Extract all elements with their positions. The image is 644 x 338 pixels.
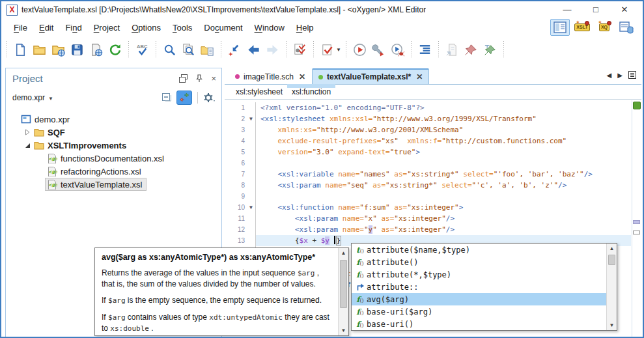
tab-imageTitle-sch[interactable]: imageTitle.sch✕: [229, 68, 312, 84]
check-spelling-button[interactable]: ABC: [133, 40, 152, 59]
tab-list-icon[interactable]: [628, 71, 636, 79]
last-edit-location-button[interactable]: [225, 40, 244, 59]
editor-perspective-button[interactable]: [550, 19, 570, 36]
fold-toggle-icon[interactable]: ▼: [247, 202, 255, 213]
save-button[interactable]: [68, 40, 87, 59]
completion-item[interactable]: f()avg($arg): [352, 293, 606, 305]
menu-document[interactable]: Document: [198, 21, 248, 35]
scroll-up-icon[interactable]: ▲: [607, 244, 617, 253]
project-selector[interactable]: demo.xpr▼: [12, 93, 53, 102]
completion-item[interactable]: f()attribute(*,$type): [352, 268, 606, 281]
open-folder-button[interactable]: [30, 40, 49, 59]
pin-red-button[interactable]: [462, 40, 481, 59]
tree-item-xsltimprovements[interactable]: XSLTImprovements: [32, 139, 130, 152]
minimize-button[interactable]: —: [553, 3, 581, 17]
tab-textValueTemplate-xsl-[interactable]: textValueTemplate.xsl*✕: [312, 68, 429, 84]
validate-button[interactable]: [318, 40, 337, 59]
breadcrumb-xsl-stylesheet[interactable]: xsl:stylesheet: [231, 85, 287, 98]
popup-scrollbar[interactable]: ▲ ▼: [606, 244, 617, 330]
save-to-url-button[interactable]: [87, 40, 105, 59]
scroll-up-icon[interactable]: ▲: [339, 248, 348, 258]
caret-marker[interactable]: [633, 231, 640, 234]
validate-with-schema-button[interactable]: [290, 40, 309, 59]
close-panel-icon[interactable]: ×: [211, 74, 216, 83]
back-button[interactable]: [244, 40, 263, 59]
tree-item-sqf[interactable]: SQF: [32, 126, 69, 139]
code-line[interactable]: 10▼ <xsl:function name="f:sum" as="xs:in…: [225, 202, 641, 213]
code-line[interactable]: 7 <xsl:variable name="names" as="xs:stri…: [225, 169, 641, 180]
code-line[interactable]: 6: [225, 158, 641, 169]
expand-arrow-icon[interactable]: [23, 128, 32, 137]
menu-project[interactable]: Project: [88, 21, 126, 35]
close-tab-icon[interactable]: ✕: [416, 72, 423, 81]
menu-edit[interactable]: Edit: [33, 21, 59, 35]
menu-find[interactable]: Find: [59, 21, 87, 35]
forward-button[interactable]: [263, 40, 282, 59]
completion-item[interactable]: t()attribute($name,$type): [352, 244, 606, 256]
find-resource-button[interactable]: [198, 40, 217, 59]
pin-green-button[interactable]: [481, 40, 499, 59]
code-line[interactable]: 9: [225, 191, 641, 202]
collapse-all-icon[interactable]: [161, 92, 173, 104]
open-url-button[interactable]: [49, 40, 68, 59]
completion-item[interactable]: attribute::: [352, 281, 606, 293]
code-line[interactable]: 5 version="3.0" expand-text="true">: [225, 147, 641, 158]
tree-row[interactable]: demo.xpr: [6, 113, 221, 126]
format-indent-button[interactable]: [415, 40, 434, 59]
breadcrumb-xsl-function[interactable]: xsl:function: [287, 85, 335, 98]
menu-options[interactable]: Options: [126, 21, 167, 35]
tree-item-refactoringactions-xsl[interactable]: <ø>refactoringActions.xsl: [45, 165, 145, 178]
menu-help[interactable]: Help: [290, 21, 320, 35]
validation-status-icon[interactable]: [633, 102, 641, 109]
menu-tools[interactable]: Tools: [167, 21, 198, 35]
close-button[interactable]: ✕: [610, 3, 639, 17]
code-line[interactable]: 2▼<xsl:stylesheet xmlns:xsl="http://www.…: [225, 113, 641, 124]
close-tab-icon[interactable]: ✕: [299, 72, 305, 81]
settings-gear-icon[interactable]: [203, 92, 216, 104]
completion-item[interactable]: f()base-uri($arg): [352, 305, 606, 318]
extract-selection-button[interactable]: [443, 40, 462, 59]
tree-row[interactable]: XSLTImprovements: [6, 139, 221, 152]
code-line[interactable]: 4 exclude-result-prefixes="xs" xmlns:f="…: [225, 135, 641, 147]
next-tab-icon[interactable]: ▶: [617, 72, 623, 79]
tree-item-functionsdocumentation-xsl[interactable]: <ø>functionsDocumentation.xsl: [45, 152, 168, 165]
xslt-debugger-perspective-button[interactable]: XSLT✶: [572, 19, 592, 36]
scrollbar-thumb[interactable]: [608, 255, 615, 265]
apply-transformation-button[interactable]: [350, 40, 369, 59]
tree-row[interactable]: <ø>textValueTemplate.xsl: [6, 178, 221, 191]
tree-row[interactable]: <ø>functionsDocumentation.xsl: [6, 152, 221, 165]
tooltip-scrollbar[interactable]: ▲ ▼: [338, 248, 348, 335]
code-line[interactable]: 3 xmlns:xs="http://www.w3.org/2001/XMLSc…: [225, 124, 641, 135]
code-line[interactable]: 12 <xsl:param name="y" as="xs:integer"/>: [225, 224, 641, 235]
xquery-debugger-perspective-button[interactable]: XQ✶: [595, 19, 614, 36]
scrollbar-thumb[interactable]: [340, 260, 347, 308]
database-perspective-button[interactable]: [617, 19, 636, 36]
tree-item-demo-xpr[interactable]: demo.xpr: [19, 113, 74, 126]
prev-tab-icon[interactable]: ◀: [607, 72, 612, 79]
scroll-down-icon[interactable]: ▼: [339, 326, 348, 335]
tree-item-textvaluetemplate-xsl[interactable]: <ø>textValueTemplate.xsl: [45, 178, 147, 191]
reload-button[interactable]: [105, 40, 124, 59]
debug-transformation-button[interactable]: [388, 40, 407, 59]
collapse-arrow-icon[interactable]: [23, 141, 32, 150]
find-replace-in-files-button[interactable]: [179, 40, 198, 59]
code-line[interactable]: 1<?xml version="1.0" encoding="UTF-8"?>: [225, 102, 641, 113]
code-line[interactable]: 11 <xsl:param name="x" as="xs:integer"/>: [225, 213, 641, 224]
overview-ruler[interactable]: [632, 100, 641, 337]
tree-row[interactable]: SQF: [6, 126, 221, 139]
maximize-button[interactable]: □: [581, 3, 610, 17]
scroll-down-icon[interactable]: ▼: [607, 320, 617, 330]
menu-window[interactable]: Window: [249, 21, 290, 35]
pin-panel-icon[interactable]: [195, 74, 203, 83]
completion-item[interactable]: f()attribute(): [352, 256, 606, 268]
new-file-button[interactable]: [11, 40, 30, 59]
fold-toggle-icon[interactable]: ▼: [247, 113, 255, 124]
float-panel-icon[interactable]: [179, 74, 188, 83]
tree-row[interactable]: <ø>refactoringActions.xsl: [6, 165, 221, 178]
code-line[interactable]: 8 <xsl:param name="seq" as="xs:string*" …: [225, 180, 641, 191]
configure-transformation-button[interactable]: [369, 40, 388, 59]
completion-item[interactable]: f()base-uri(): [352, 318, 606, 330]
occurrence-marker[interactable]: [633, 220, 640, 224]
search-button[interactable]: [160, 40, 179, 59]
menu-file[interactable]: File: [8, 21, 33, 35]
